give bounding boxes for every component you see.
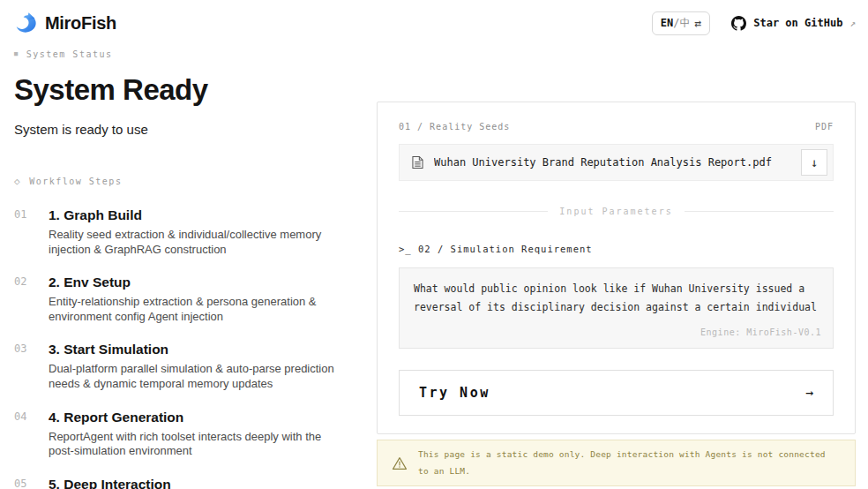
demo-card: 01 / Reality Seeds PDF Wuhan Universit bbox=[377, 102, 856, 434]
brand: MiroFish bbox=[14, 11, 116, 35]
github-icon bbox=[731, 16, 746, 31]
pdf-filename: Wuhan University Brand Reputation Analys… bbox=[434, 156, 790, 169]
step-title: 4. Report Generation bbox=[49, 409, 341, 425]
divider-label: Input Parameters bbox=[559, 207, 672, 216]
github-star-link[interactable]: Star on GitHub ↗ bbox=[731, 16, 856, 31]
step-number: 01 bbox=[14, 207, 34, 257]
page-title: System Ready bbox=[14, 73, 350, 107]
static-demo-warning: This page is a static demo only. Deep in… bbox=[377, 440, 856, 486]
brand-name: MiroFish bbox=[45, 13, 116, 34]
lang-en-label: EN bbox=[661, 17, 673, 29]
main-content: System Ready System is ready to use ◇ Wo… bbox=[14, 59, 856, 489]
workflow-steps-label: ◇ Workflow Steps bbox=[14, 177, 350, 186]
step-number: 02 bbox=[14, 274, 34, 324]
right-column: 01 / Reality Seeds PDF Wuhan Universit bbox=[377, 102, 856, 486]
workflow-steps-list: 01 1. Graph Build Reality seed extractio… bbox=[14, 207, 350, 489]
workflow-step-5: 05 5. Deep Interaction bbox=[14, 476, 350, 489]
square-bullet-icon: ■ bbox=[14, 51, 19, 57]
try-now-button[interactable]: Try Now → bbox=[399, 370, 834, 416]
step-title: 1. Graph Build bbox=[49, 207, 341, 223]
step-description: Entity-relationship extraction & persona… bbox=[49, 295, 341, 324]
step-description: Reality seed extraction & individual/col… bbox=[49, 228, 341, 257]
swap-arrows-icon: ⇄ bbox=[694, 17, 701, 30]
step-title: 3. Start Simulation bbox=[49, 341, 341, 357]
workflow-step-4: 04 4. Report Generation ReportAgent with… bbox=[14, 409, 350, 459]
external-link-icon: ↗ bbox=[849, 18, 856, 29]
divider-line-right bbox=[685, 211, 834, 212]
step-description: Dual-platform parallel simulation & auto… bbox=[49, 362, 341, 391]
header-actions: EN/中 ⇄ Star on GitHub ↗ bbox=[652, 11, 856, 35]
try-now-label: Try Now bbox=[419, 385, 490, 401]
step-number: 05 bbox=[14, 476, 34, 489]
workflow-steps-text: Workflow Steps bbox=[29, 177, 122, 186]
right-arrow-icon: → bbox=[805, 385, 813, 401]
system-status-text: System Status bbox=[26, 49, 113, 59]
download-button[interactable]: ↓ bbox=[801, 149, 827, 176]
github-link-label: Star on GitHub bbox=[753, 17, 842, 29]
warning-text: This page is a static demo only. Deep in… bbox=[418, 447, 841, 479]
engine-version-label: Engine: MiroFish-V0.1 bbox=[700, 325, 821, 342]
system-status-label: ■ System Status bbox=[14, 49, 856, 59]
lang-zh-label: /中 bbox=[673, 17, 690, 29]
pdf-file-row: Wuhan University Brand Reputation Analys… bbox=[399, 144, 834, 181]
input-parameters-divider: Input Parameters bbox=[399, 207, 834, 216]
download-arrow-icon: ↓ bbox=[811, 155, 818, 169]
workflow-step-2: 02 2. Env Setup Entity-relationship extr… bbox=[14, 274, 350, 324]
page-subtitle: System is ready to use bbox=[14, 122, 350, 137]
language-toggle-button[interactable]: EN/中 ⇄ bbox=[652, 11, 711, 35]
page: MiroFish EN/中 ⇄ Star on GitHub ↗ ■ Syste… bbox=[0, 0, 868, 489]
header: MiroFish EN/中 ⇄ Star on GitHub ↗ bbox=[14, 9, 856, 37]
step-number: 04 bbox=[14, 409, 34, 459]
diamond-icon: ◇ bbox=[14, 177, 21, 186]
divider-line-left bbox=[399, 211, 548, 212]
simulation-requirement-input[interactable]: What would public opinion look like if W… bbox=[399, 267, 834, 349]
workflow-step-1: 01 1. Graph Build Reality seed extractio… bbox=[14, 207, 350, 257]
workflow-step-3: 03 3. Start Simulation Dual-platform par… bbox=[14, 341, 350, 391]
step-title: 2. Env Setup bbox=[49, 274, 341, 290]
document-icon bbox=[412, 155, 423, 169]
simulation-requirement-value: What would public opinion look like if W… bbox=[414, 282, 817, 313]
mirofish-logo-icon bbox=[14, 11, 38, 35]
reality-seeds-header: 01 / Reality Seeds PDF bbox=[399, 122, 834, 132]
simulation-requirement-label: >_ 02 / Simulation Requirement bbox=[399, 244, 834, 254]
step-description: ReportAgent with rich toolset interacts … bbox=[49, 430, 341, 459]
reality-seeds-label: 01 / Reality Seeds bbox=[399, 122, 510, 132]
step-title: 5. Deep Interaction bbox=[49, 476, 171, 489]
left-column: System Ready System is ready to use ◇ Wo… bbox=[14, 59, 350, 489]
pdf-badge: PDF bbox=[815, 122, 834, 132]
warning-triangle-icon bbox=[392, 455, 408, 471]
step-number: 03 bbox=[14, 341, 34, 391]
